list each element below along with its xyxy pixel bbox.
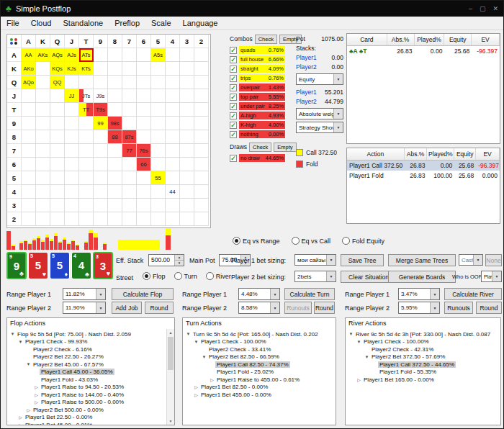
matrix-cell[interactable]: [180, 199, 194, 212]
matrix-cell[interactable]: [180, 171, 194, 185]
tree-row[interactable]: ▼Player2 Bet 372.50 - 57.69%: [346, 353, 500, 361]
tree-row[interactable]: ▷Player1 Raise to 455.00 - 0.61%: [183, 376, 336, 384]
matrix-cell[interactable]: [194, 212, 209, 226]
matrix-cell[interactable]: [137, 62, 151, 76]
generate-boards-button[interactable]: Generate Boards: [388, 271, 456, 283]
matrix-cell[interactable]: [122, 62, 137, 76]
range-player1-flop-combo[interactable]: 11.82% ▼: [63, 288, 106, 300]
matrix-cell[interactable]: [94, 62, 108, 76]
matrix-cell[interactable]: [137, 212, 151, 226]
matrix-cell[interactable]: [166, 89, 180, 103]
tree-row[interactable]: ▼Player2 Bet 45.00 - 67.57%: [7, 361, 174, 369]
menu-standalone[interactable]: Standalone: [57, 17, 109, 29]
matrix-cell[interactable]: [36, 89, 50, 103]
p1-bet-sizing-select[interactable]: мои сайзы ▼: [294, 254, 336, 266]
collapsed-icon[interactable]: ▷: [25, 407, 32, 412]
range-player2-turn-combo[interactable]: 8.58% ▼: [238, 302, 280, 314]
matrix-cell[interactable]: [108, 212, 122, 226]
matrix-cell[interactable]: [65, 158, 79, 171]
matrix-cell-98s[interactable]: 98s: [108, 117, 122, 130]
stepper-arrows[interactable]: ▲▼: [174, 255, 184, 266]
tree-row[interactable]: Player1 Call 82.50 - 74.37%: [183, 361, 336, 369]
matrix-cell[interactable]: [108, 144, 122, 158]
tree-row[interactable]: Player2 Check - 42.31%: [346, 346, 500, 353]
matrix-cell[interactable]: [108, 89, 122, 103]
expanded-icon[interactable]: ▼: [201, 355, 207, 359]
stepper-up-icon[interactable]: ▲: [175, 255, 184, 261]
menu-language[interactable]: Language: [177, 17, 224, 29]
board-card-3h[interactable]: 33♥: [93, 252, 113, 279]
who-is-oop-select[interactable]: Player 1 ▼: [481, 271, 502, 282]
matrix-cell[interactable]: [137, 48, 151, 62]
tree-row[interactable]: ▷Player1 Bet 45.00 - 0.01%: [7, 421, 174, 425]
matrix-cell[interactable]: [36, 76, 50, 89]
matrix-cell-44[interactable]: 44: [166, 185, 180, 199]
matrix-cell[interactable]: [151, 185, 166, 199]
tree-row[interactable]: ▷Player1 Bet 455.00 - 0.00%: [183, 391, 336, 399]
collapsed-icon[interactable]: ▷: [33, 384, 40, 389]
expanded-icon[interactable]: ▼: [185, 332, 192, 336]
menu-scale[interactable]: Scale: [145, 17, 177, 29]
matrix-cell[interactable]: [166, 130, 180, 144]
checkbox-trips[interactable]: ✓: [230, 75, 237, 82]
collapsed-icon[interactable]: ▷: [209, 377, 215, 382]
matrix-cell-ATs[interactable]: ATs: [79, 48, 94, 62]
matrix-cell[interactable]: [151, 212, 166, 226]
matrix-cell[interactable]: [108, 185, 122, 199]
matrix-cell[interactable]: [50, 185, 65, 199]
matrix-cell[interactable]: [108, 171, 122, 185]
matrix-cell-AA[interactable]: AA: [22, 48, 36, 62]
eff-stack-stepper[interactable]: 500.00 ▲▼: [148, 254, 184, 266]
matrix-cell[interactable]: [36, 130, 50, 144]
matrix-cell[interactable]: [194, 158, 209, 171]
matrix-cell-87s[interactable]: 87s: [122, 130, 137, 144]
expanded-icon[interactable]: ▼: [364, 355, 370, 359]
matrix-cell[interactable]: [151, 89, 166, 103]
strategy-select[interactable]: Strategy Show ▼: [296, 122, 343, 133]
matrix-cell[interactable]: [137, 117, 151, 130]
matrix-cell[interactable]: [36, 62, 50, 76]
matrix-cell[interactable]: [50, 144, 65, 158]
matrix-cell[interactable]: [180, 185, 194, 199]
radio-street-flop[interactable]: Flop: [143, 272, 166, 280]
matrix-cell[interactable]: [22, 103, 36, 117]
collapsed-icon[interactable]: ▷: [17, 423, 24, 425]
matrix-cell-J9s[interactable]: J9s: [94, 89, 108, 103]
tree-row[interactable]: ▼Player2 Bet 82.50 - 66.59%: [183, 353, 336, 361]
none-button[interactable]: None: [485, 254, 502, 266]
matrix-cell[interactable]: [137, 171, 151, 185]
stepper-down-icon[interactable]: ▼: [175, 261, 184, 266]
matrix-cell[interactable]: [94, 130, 108, 144]
calculate-flop-button[interactable]: Calculate Flop: [112, 288, 174, 300]
matrix-cell[interactable]: [79, 212, 94, 226]
matrix-cell-QQ[interactable]: QQ: [50, 76, 65, 89]
matrix-cell[interactable]: [94, 158, 108, 171]
matrix-cell-AQs[interactable]: AQs: [50, 48, 65, 62]
matrix-cell[interactable]: [79, 171, 94, 185]
range-player1-turn-combo[interactable]: 4.48% ▼: [238, 288, 280, 300]
matrix-cell[interactable]: [194, 103, 209, 117]
p2-bet-sizing-select[interactable]: 2bets ▼: [294, 271, 336, 282]
matrix-cell[interactable]: [22, 171, 36, 185]
matrix-cell[interactable]: [166, 48, 180, 62]
weight-select[interactable]: Absolute weight ▼: [296, 108, 343, 119]
matrix-cell[interactable]: [137, 199, 151, 212]
range-player2-river-combo[interactable]: 5.95% ▼: [398, 302, 440, 314]
scroll-down-icon[interactable]: ▼: [167, 417, 174, 425]
matrix-cell[interactable]: [79, 130, 94, 144]
tree-row[interactable]: ▷Player1 Bet 82.50 - 0.00%: [183, 384, 336, 392]
matrix-cell[interactable]: [22, 144, 36, 158]
matrix-cell[interactable]: [94, 212, 108, 226]
flop-tree-scrollbar[interactable]: ▲ ▼: [166, 329, 174, 425]
tree-row[interactable]: ▼Player1 Check - 100.00%: [346, 338, 500, 346]
tree-row[interactable]: ▷Player1 Raise to 94.50 - 20.53%: [7, 384, 174, 392]
matrix-cell[interactable]: [180, 103, 194, 117]
checkbox-top-pair[interactable]: ✓: [230, 94, 237, 101]
tree-row[interactable]: Player1 Fold - 43.03%: [7, 376, 174, 384]
expanded-icon[interactable]: ▼: [356, 340, 362, 344]
matrix-cell[interactable]: [79, 144, 94, 158]
player2-stack-link[interactable]: Player2: [296, 63, 317, 71]
matrix-cell[interactable]: [122, 158, 137, 171]
matrix-cell[interactable]: [50, 130, 65, 144]
matrix-cell-TT[interactable]: TT: [79, 103, 94, 117]
